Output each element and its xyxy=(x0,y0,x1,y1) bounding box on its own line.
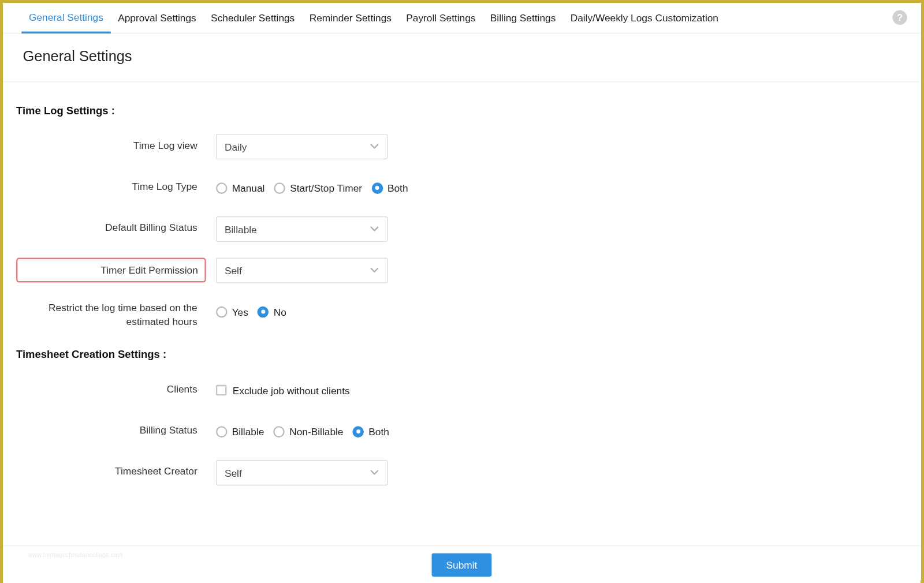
settings-content: Time Log Settings : Time Log view Daily … xyxy=(3,82,921,485)
radio-icon xyxy=(274,426,285,438)
tabs-bar: General Settings Approval Settings Sched… xyxy=(3,3,921,33)
tab-logs-customization[interactable]: Daily/Weekly Logs Customization xyxy=(563,2,726,33)
watermark-text: www.heritagechristiancollege.com xyxy=(28,552,123,559)
row-default-billing-status: Default Billing Status Billable xyxy=(16,216,907,242)
chevron-down-icon xyxy=(370,226,379,233)
radio-time-log-type-timer[interactable]: Start/Stop Timer xyxy=(274,182,363,194)
radio-label: Non-Billable xyxy=(289,426,343,438)
row-timesheet-creator: Timesheet Creator Self xyxy=(16,460,907,485)
radio-icon xyxy=(353,426,364,438)
label-billing-status: Billing Status xyxy=(16,419,216,436)
radio-time-log-type-both[interactable]: Both xyxy=(371,182,408,194)
row-billing-status: Billing Status Billable Non-Billable Bot… xyxy=(16,419,907,444)
select-timer-edit-permission-value: Self xyxy=(225,265,242,276)
submit-button[interactable]: Submit xyxy=(431,554,492,577)
row-time-log-type: Time Log Type Manual Start/Stop Timer Bo… xyxy=(16,175,907,201)
help-icon[interactable]: ? xyxy=(892,10,907,25)
radio-label: Both xyxy=(368,426,389,438)
footer-bar: Submit xyxy=(3,545,921,583)
section-timesheet-creation: Timesheet Creation Settings : xyxy=(16,348,907,360)
tab-approval-settings[interactable]: Approval Settings xyxy=(110,2,203,33)
radio-label: Both xyxy=(388,182,408,194)
tab-payroll-settings[interactable]: Payroll Settings xyxy=(399,2,483,33)
radio-icon xyxy=(216,182,228,194)
radio-billing-both[interactable]: Both xyxy=(353,426,389,438)
radio-label: Start/Stop Timer xyxy=(290,182,362,194)
radio-billing-billable[interactable]: Billable xyxy=(216,426,264,438)
radio-label: No xyxy=(274,306,286,317)
radio-restrict-log-yes[interactable]: Yes xyxy=(216,306,248,317)
tab-billing-settings[interactable]: Billing Settings xyxy=(483,2,563,33)
checkbox-label: Exclude job without clients xyxy=(233,384,350,396)
radio-label: Yes xyxy=(232,306,248,317)
radio-label: Billable xyxy=(232,426,264,438)
row-time-log-view: Time Log view Daily xyxy=(16,134,907,159)
chevron-down-icon xyxy=(370,469,379,476)
tab-general-settings[interactable]: General Settings xyxy=(21,2,110,33)
tab-reminder-settings[interactable]: Reminder Settings xyxy=(302,2,399,33)
radio-icon xyxy=(274,182,286,194)
page-title: General Settings xyxy=(3,33,921,82)
label-time-log-type: Time Log Type xyxy=(16,175,216,192)
radio-icon xyxy=(258,306,269,317)
label-restrict-log: Restrict the log time based on the estim… xyxy=(16,299,216,328)
section-time-log-settings: Time Log Settings : xyxy=(16,104,907,117)
select-default-billing-status[interactable]: Billable xyxy=(216,216,388,242)
select-time-log-view-value: Daily xyxy=(225,141,247,152)
radio-time-log-type-manual[interactable]: Manual xyxy=(216,182,264,194)
label-default-billing-status: Default Billing Status xyxy=(16,216,216,233)
row-clients: Clients Exclude job without clients xyxy=(16,378,907,403)
row-restrict-log: Restrict the log time based on the estim… xyxy=(16,299,907,328)
chevron-down-icon xyxy=(370,267,379,274)
label-timesheet-creator: Timesheet Creator xyxy=(16,460,216,477)
radio-billing-nonbillable[interactable]: Non-Billable xyxy=(274,426,344,438)
select-timesheet-creator[interactable]: Self xyxy=(216,460,388,485)
checkbox-exclude-jobs[interactable]: Exclude job without clients xyxy=(216,384,350,396)
select-time-log-view[interactable]: Daily xyxy=(216,134,388,159)
radio-label: Manual xyxy=(232,182,265,194)
label-timer-edit-permission: Timer Edit Permission xyxy=(16,258,206,283)
select-timesheet-creator-value: Self xyxy=(225,467,242,479)
checkbox-icon xyxy=(216,385,226,395)
select-default-billing-status-value: Billable xyxy=(225,223,257,235)
select-timer-edit-permission[interactable]: Self xyxy=(216,258,388,283)
radio-icon xyxy=(216,426,228,438)
label-clients: Clients xyxy=(16,378,216,394)
radio-restrict-log-no[interactable]: No xyxy=(258,306,286,317)
tab-scheduler-settings[interactable]: Scheduler Settings xyxy=(203,2,302,33)
radio-icon xyxy=(371,182,383,194)
radio-icon xyxy=(216,306,228,317)
chevron-down-icon xyxy=(370,143,379,150)
row-timer-edit-permission: Timer Edit Permission Self xyxy=(16,258,907,283)
label-time-log-view: Time Log view xyxy=(16,134,216,151)
